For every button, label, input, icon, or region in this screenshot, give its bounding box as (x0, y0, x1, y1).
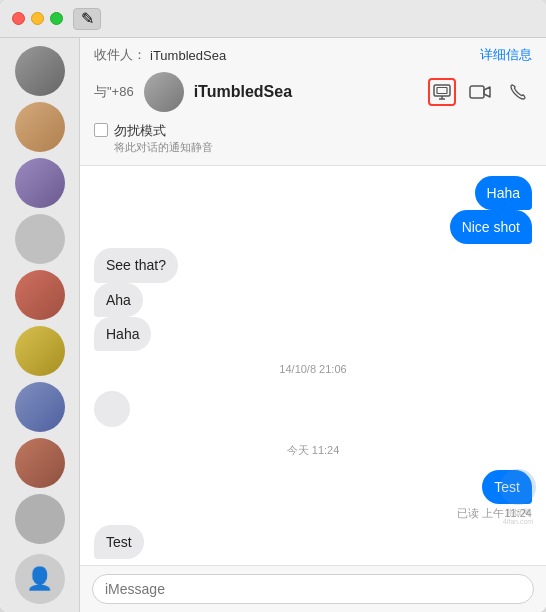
main-content: 👤 收件人： iTumbledSea 详细信息 与"+86 iTumbledSe… (0, 38, 546, 612)
traffic-lights (12, 12, 63, 25)
dnd-subtitle: 将此对话的通知静音 (114, 140, 213, 155)
action-icons (428, 78, 532, 106)
screen-share-button[interactable] (428, 78, 456, 106)
avatar-4[interactable] (15, 270, 65, 320)
svg-rect-0 (434, 85, 450, 96)
msg-bubble-see-that: See that? (94, 248, 178, 282)
maximize-button[interactable] (50, 12, 63, 25)
minimize-button[interactable] (31, 12, 44, 25)
avatar-6[interactable] (15, 382, 65, 432)
msg-bubble-nice-shot: Nice shot (450, 210, 532, 244)
avatar-main[interactable] (15, 46, 65, 96)
contact-name: iTumbledSea (194, 83, 292, 101)
msg-bubble-test-received: Test (94, 525, 144, 559)
timestamp-today: 今天 11:24 (94, 443, 532, 458)
dnd-checkbox[interactable] (94, 123, 108, 137)
avatar-3[interactable] (15, 214, 65, 264)
msg-group-test-received: Test (94, 525, 532, 559)
message-input[interactable] (92, 574, 534, 604)
dnd-text: 勿扰模式 将此对话的通知静音 (114, 122, 213, 155)
with-label: 与"+86 (94, 83, 134, 101)
sidebar: 👤 (0, 38, 80, 612)
dnd-title: 勿扰模式 (114, 122, 213, 140)
msg-bubble-haha: Haha (475, 176, 532, 210)
titlebar: ✎ (0, 0, 546, 38)
avatar-8[interactable] (15, 494, 65, 544)
msg-bubble-aha: Aha (94, 283, 143, 317)
msg-bubble-haha-received: Haha (94, 317, 151, 351)
svg-rect-4 (470, 86, 484, 98)
phone-call-button[interactable] (504, 78, 532, 106)
msg-group-received-1: See that? Aha Haha (94, 248, 532, 351)
avatar-7[interactable] (15, 438, 65, 488)
compose-button[interactable]: ✎ (73, 8, 101, 30)
avatar-1[interactable] (15, 102, 65, 152)
avatar-2[interactable] (15, 158, 65, 208)
messages-window: ✎ 👤 收件人： iT (0, 0, 546, 612)
contact-avatar (144, 72, 184, 112)
avatar-bottom[interactable]: 👤 (15, 554, 65, 604)
dnd-row: 勿扰模式 将此对话的通知静音 (94, 116, 532, 157)
input-row (80, 565, 546, 612)
recipient-left: 收件人： iTumbledSea (94, 46, 226, 64)
chat-header: 收件人： iTumbledSea 详细信息 与"+86 iTumbledSea (80, 38, 546, 166)
recipient-label: 收件人： (94, 46, 146, 64)
video-call-button[interactable] (466, 78, 494, 106)
messages-area[interactable]: Haha Nice shot See that? Aha Haha 14/10/… (80, 166, 546, 565)
chat-content-wrapper: Haha Nice shot See that? Aha Haha 14/10/… (80, 166, 546, 565)
recipient-row: 收件人： iTumbledSea 详细信息 (94, 46, 532, 64)
svg-rect-1 (437, 88, 447, 94)
watermark: 路饭网 4ifan.com (500, 469, 536, 525)
detail-link[interactable]: 详细信息 (480, 46, 532, 64)
close-button[interactable] (12, 12, 25, 25)
contact-row: 与"+86 iTumbledSea (94, 64, 532, 116)
recipient-name[interactable]: iTumbledSea (150, 48, 226, 63)
timestamp-1: 14/10/8 21:06 (94, 363, 532, 375)
avatar-5[interactable] (15, 326, 65, 376)
msg-group-sent-1: Haha Nice shot (94, 176, 532, 244)
apple-logo-msg (94, 387, 532, 431)
msg-group-test-sent: Test 已读 上午11:24 (94, 470, 532, 521)
chat-panel: 收件人： iTumbledSea 详细信息 与"+86 iTumbledSea (80, 38, 546, 612)
compose-icon: ✎ (81, 9, 94, 28)
